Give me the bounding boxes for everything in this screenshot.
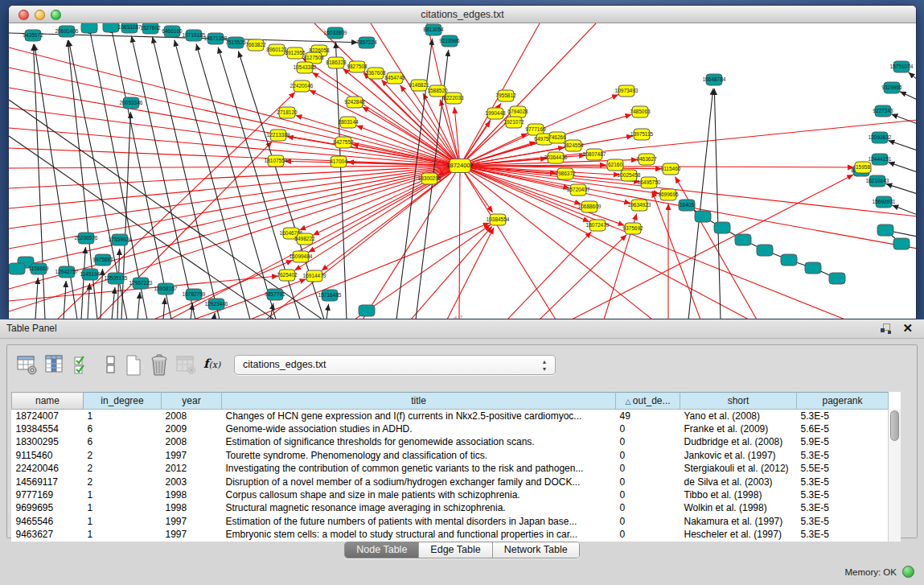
graph-node[interactable] [103, 23, 119, 32]
graph-node[interactable]: 5498222 [294, 233, 315, 245]
graph-node[interactable]: 9227343 [873, 105, 893, 117]
graph-edge[interactable] [214, 313, 215, 319]
graph-edge[interactable] [310, 90, 460, 166]
window-titlebar[interactable]: citations_edges.txt [9, 6, 916, 23]
graph-edge[interactable] [460, 166, 749, 319]
graph-node[interactable]: 746266 [548, 132, 566, 143]
graph-node[interactable]: 20691406 [55, 26, 79, 37]
tab-edge-table[interactable]: Edge Table [419, 542, 492, 558]
graph-node[interactable]: 1527602 [140, 23, 161, 34]
table-row[interactable]: 1938455462009Genome-wide association stu… [12, 422, 889, 435]
table-row[interactable]: 946554611997Estimation of the future num… [12, 515, 889, 528]
graph-node[interactable] [81, 23, 97, 33]
graph-edge[interactable] [460, 166, 845, 319]
graph-node[interactable]: 62160 [607, 159, 623, 171]
graph-node[interactable] [695, 211, 711, 222]
column-pair-icon[interactable] [99, 353, 123, 377]
graph-node[interactable]: 19634923 [628, 200, 651, 211]
graph-node[interactable]: 7857224 [356, 37, 377, 48]
show-columns-icon[interactable] [43, 353, 67, 377]
graph-edge[interactable] [356, 126, 460, 166]
graph-edge[interactable] [909, 72, 917, 80]
tab-node-table[interactable]: Node Table [345, 542, 419, 558]
new-column-icon[interactable] [121, 353, 146, 377]
graph-node[interactable]: 10719185 [183, 30, 206, 41]
tab-network-table[interactable]: Network Table [493, 542, 579, 558]
graph-node[interactable]: 7986372 [555, 168, 576, 179]
scrollbar-thumb[interactable] [890, 410, 899, 441]
graph-node[interactable]: 17957223 [129, 278, 153, 289]
graph-edge[interactable] [9, 166, 460, 168]
network-canvas[interactable]: 9435572206914061065328715276026466160107… [9, 23, 917, 319]
column-header-year[interactable]: year [162, 393, 222, 410]
graph-edge[interactable] [35, 44, 77, 319]
graph-node[interactable]: 17359924 [109, 234, 132, 245]
graph-node[interactable]: 9375692 [622, 223, 643, 234]
graph-node[interactable]: 7515526 [225, 37, 246, 48]
graph-node[interactable]: 15692931 [873, 196, 896, 208]
graph-node[interactable]: 2803144 [338, 117, 359, 128]
graph-node[interactable]: 15958 [855, 162, 871, 173]
graph-node[interactable]: 1921072 [503, 117, 524, 128]
table-row[interactable]: 2242004622012Investigating the contribut… [12, 462, 889, 475]
graph-node[interactable]: 20206576 [75, 233, 98, 244]
graph-node[interactable] [9, 263, 25, 274]
graph-node[interactable]: 12444151 [869, 154, 892, 165]
graph-node[interactable]: 9463627 [636, 154, 657, 165]
graph-node[interactable]: 9146821 [409, 80, 429, 91]
float-panel-icon[interactable] [881, 323, 892, 334]
column-header-short[interactable]: short [680, 393, 797, 410]
graph-node[interactable]: 7485063 [630, 106, 651, 117]
graph-node[interactable] [714, 222, 730, 233]
table-row[interactable]: 1456911722003Disruption of a novel membe… [12, 475, 889, 488]
graph-edge[interactable] [9, 47, 460, 166]
graph-edge[interactable] [900, 92, 917, 100]
graph-node[interactable]: 16210643 [866, 175, 889, 187]
table-scrollbar[interactable] [888, 409, 901, 542]
graph-edge[interactable] [64, 281, 66, 319]
graph-node[interactable]: 7625402 [277, 270, 298, 281]
graph-node[interactable]: 9857791 [265, 289, 285, 300]
table-row[interactable]: 946362711997Embryonic stem cells: a mode… [12, 528, 889, 541]
table-row[interactable]: 969969511998Structural magnetic resonanc… [12, 501, 889, 514]
graph-node[interactable]: 16033809 [324, 27, 347, 39]
graph-node[interactable]: 2367608 [365, 68, 386, 79]
graph-node[interactable] [829, 273, 845, 284]
graph-node[interactable]: 9699695 [658, 189, 679, 200]
graph-node[interactable]: 20053346 [120, 97, 143, 109]
graph-node[interactable]: 12093832 [869, 132, 892, 143]
graph-node[interactable]: 7955812 [495, 90, 516, 101]
graph-node[interactable]: 16495750 [638, 177, 661, 188]
column-header-pagerank[interactable]: pagerank [797, 393, 889, 410]
graph-node[interactable]: 16405 [679, 200, 695, 211]
delete-column-icon[interactable] [147, 353, 171, 377]
column-header-in_degree[interactable]: in_degree [84, 393, 162, 410]
graph-node[interactable]: 8960123 [266, 44, 287, 56]
graph-edge[interactable] [33, 44, 45, 319]
graph-edge[interactable] [88, 283, 89, 319]
split-pane-grip-icon[interactable]: ▲▼ [453, 314, 464, 319]
graph-node[interactable]: 1156869 [29, 263, 49, 274]
graph-node[interactable] [735, 234, 751, 245]
graph-node[interactable]: 16099484 [290, 251, 313, 262]
graph-edge[interactable] [460, 166, 556, 319]
graph-node[interactable]: 20364436 [544, 152, 568, 163]
close-panel-icon[interactable]: ✕ [902, 321, 913, 336]
graph-node[interactable]: 9242848 [344, 97, 365, 108]
graph-node[interactable]: 9975887 [92, 254, 113, 266]
graph-node[interactable]: 9827508 [347, 61, 368, 72]
graph-edge[interactable] [163, 298, 165, 319]
graph-node[interactable]: 16914479 [303, 270, 326, 282]
graph-node[interactable]: 16648784 [703, 74, 726, 85]
graph-edge[interactable] [112, 287, 115, 319]
graph-node[interactable]: 6794028 [507, 106, 528, 117]
graph-node[interactable]: 10973493 [615, 85, 639, 97]
column-header-title[interactable]: title [222, 393, 616, 410]
graph-node[interactable]: 8454743 [384, 72, 405, 84]
graph-node[interactable]: 18724007 [446, 159, 473, 173]
graph-node[interactable]: 14671358 [204, 33, 228, 44]
graph-edge[interactable] [447, 228, 494, 319]
graph-edge[interactable] [355, 225, 491, 319]
graph-edge[interactable] [888, 141, 917, 150]
graph-edge[interactable] [675, 177, 757, 319]
